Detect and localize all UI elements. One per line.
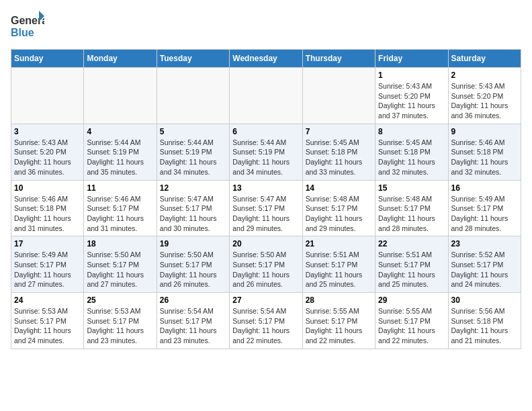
logo-svg: GeneralBlue bbox=[11, 11, 44, 41]
calendar-day-cell: 14Sunrise: 5:48 AMSunset: 5:17 PMDayligh… bbox=[302, 180, 375, 236]
day-info: Sunrise: 5:46 AMSunset: 5:18 PMDaylight:… bbox=[451, 138, 518, 177]
weekday-header: Friday bbox=[375, 50, 448, 68]
calendar-day-cell: 11Sunrise: 5:46 AMSunset: 5:17 PMDayligh… bbox=[84, 180, 157, 236]
page-header: GeneralBlue bbox=[11, 11, 521, 41]
day-number: 4 bbox=[87, 127, 153, 136]
day-info: Sunrise: 5:46 AMSunset: 5:18 PMDaylight:… bbox=[14, 194, 81, 234]
calendar-day-cell: 16Sunrise: 5:49 AMSunset: 5:17 PMDayligh… bbox=[448, 180, 521, 236]
day-info: Sunrise: 5:52 AMSunset: 5:17 PMDaylight:… bbox=[451, 250, 518, 289]
calendar-day-cell: 23Sunrise: 5:52 AMSunset: 5:17 PMDayligh… bbox=[448, 236, 521, 293]
day-info: Sunrise: 5:49 AMSunset: 5:17 PMDaylight:… bbox=[451, 194, 518, 234]
calendar-day-cell bbox=[230, 68, 302, 124]
calendar-day-cell bbox=[84, 68, 157, 124]
day-number: 2 bbox=[451, 71, 518, 80]
day-info: Sunrise: 5:45 AMSunset: 5:18 PMDaylight:… bbox=[378, 138, 445, 177]
day-info: Sunrise: 5:50 AMSunset: 5:17 PMDaylight:… bbox=[232, 250, 299, 289]
calendar-day-cell: 3Sunrise: 5:43 AMSunset: 5:20 PMDaylight… bbox=[11, 124, 84, 180]
day-number: 12 bbox=[160, 183, 226, 193]
calendar-day-cell: 26Sunrise: 5:54 AMSunset: 5:17 PMDayligh… bbox=[157, 293, 229, 349]
day-number: 11 bbox=[87, 183, 153, 193]
day-info: Sunrise: 5:43 AMSunset: 5:20 PMDaylight:… bbox=[451, 81, 518, 121]
weekday-header: Thursday bbox=[302, 50, 375, 68]
logo: GeneralBlue bbox=[11, 11, 44, 41]
weekday-header: Tuesday bbox=[157, 50, 229, 68]
day-info: Sunrise: 5:44 AMSunset: 5:19 PMDaylight:… bbox=[160, 138, 226, 177]
calendar-week-row: 10Sunrise: 5:46 AMSunset: 5:18 PMDayligh… bbox=[11, 180, 521, 236]
day-info: Sunrise: 5:56 AMSunset: 5:18 PMDaylight:… bbox=[451, 306, 518, 346]
day-info: Sunrise: 5:48 AMSunset: 5:17 PMDaylight:… bbox=[378, 194, 445, 234]
day-number: 22 bbox=[378, 239, 445, 248]
calendar-day-cell: 29Sunrise: 5:55 AMSunset: 5:17 PMDayligh… bbox=[375, 293, 448, 349]
calendar-day-cell: 8Sunrise: 5:45 AMSunset: 5:18 PMDaylight… bbox=[375, 124, 448, 180]
day-number: 5 bbox=[160, 127, 226, 136]
calendar-day-cell: 27Sunrise: 5:54 AMSunset: 5:17 PMDayligh… bbox=[230, 293, 302, 349]
day-info: Sunrise: 5:50 AMSunset: 5:17 PMDaylight:… bbox=[87, 250, 153, 289]
day-info: Sunrise: 5:47 AMSunset: 5:17 PMDaylight:… bbox=[232, 194, 299, 234]
day-info: Sunrise: 5:54 AMSunset: 5:17 PMDaylight:… bbox=[160, 306, 226, 346]
day-number: 27 bbox=[232, 295, 299, 305]
day-number: 3 bbox=[14, 127, 81, 136]
weekday-header: Sunday bbox=[11, 50, 84, 68]
calendar-header-row: SundayMondayTuesdayWednesdayThursdayFrid… bbox=[11, 50, 521, 68]
calendar-day-cell bbox=[157, 68, 229, 124]
calendar-day-cell: 5Sunrise: 5:44 AMSunset: 5:19 PMDaylight… bbox=[157, 124, 229, 180]
calendar-day-cell: 22Sunrise: 5:51 AMSunset: 5:17 PMDayligh… bbox=[375, 236, 448, 293]
calendar-day-cell: 17Sunrise: 5:49 AMSunset: 5:17 PMDayligh… bbox=[11, 236, 84, 293]
weekday-header: Monday bbox=[84, 50, 157, 68]
day-number: 24 bbox=[14, 295, 81, 305]
day-number: 14 bbox=[306, 183, 372, 193]
day-info: Sunrise: 5:55 AMSunset: 5:17 PMDaylight:… bbox=[306, 306, 372, 346]
calendar-day-cell: 4Sunrise: 5:44 AMSunset: 5:19 PMDaylight… bbox=[84, 124, 157, 180]
day-number: 23 bbox=[451, 239, 518, 248]
calendar-week-row: 24Sunrise: 5:53 AMSunset: 5:17 PMDayligh… bbox=[11, 293, 521, 349]
weekday-header: Saturday bbox=[448, 50, 521, 68]
day-number: 25 bbox=[87, 295, 153, 305]
day-info: Sunrise: 5:43 AMSunset: 5:20 PMDaylight:… bbox=[378, 81, 445, 121]
day-number: 15 bbox=[378, 183, 445, 193]
calendar-day-cell: 12Sunrise: 5:47 AMSunset: 5:17 PMDayligh… bbox=[157, 180, 229, 236]
calendar-day-cell bbox=[11, 68, 84, 124]
day-number: 30 bbox=[451, 295, 518, 305]
day-number: 8 bbox=[378, 127, 445, 136]
calendar-table: SundayMondayTuesdayWednesdayThursdayFrid… bbox=[11, 49, 521, 349]
day-info: Sunrise: 5:46 AMSunset: 5:17 PMDaylight:… bbox=[87, 194, 153, 234]
day-number: 28 bbox=[306, 295, 372, 305]
calendar-day-cell: 7Sunrise: 5:45 AMSunset: 5:18 PMDaylight… bbox=[302, 124, 375, 180]
calendar-day-cell: 19Sunrise: 5:50 AMSunset: 5:17 PMDayligh… bbox=[157, 236, 229, 293]
calendar-week-row: 3Sunrise: 5:43 AMSunset: 5:20 PMDaylight… bbox=[11, 124, 521, 180]
day-info: Sunrise: 5:51 AMSunset: 5:17 PMDaylight:… bbox=[306, 250, 372, 289]
calendar-day-cell: 13Sunrise: 5:47 AMSunset: 5:17 PMDayligh… bbox=[230, 180, 302, 236]
calendar-week-row: 1Sunrise: 5:43 AMSunset: 5:20 PMDaylight… bbox=[11, 68, 521, 124]
day-number: 21 bbox=[306, 239, 372, 248]
calendar-day-cell: 9Sunrise: 5:46 AMSunset: 5:18 PMDaylight… bbox=[448, 124, 521, 180]
calendar-day-cell: 1Sunrise: 5:43 AMSunset: 5:20 PMDaylight… bbox=[375, 68, 448, 124]
day-info: Sunrise: 5:49 AMSunset: 5:17 PMDaylight:… bbox=[14, 250, 81, 289]
day-number: 29 bbox=[378, 295, 445, 305]
day-number: 16 bbox=[451, 183, 518, 193]
day-info: Sunrise: 5:44 AMSunset: 5:19 PMDaylight:… bbox=[232, 138, 299, 177]
svg-text:Blue: Blue bbox=[11, 27, 34, 38]
day-info: Sunrise: 5:51 AMSunset: 5:17 PMDaylight:… bbox=[378, 250, 445, 289]
day-number: 9 bbox=[451, 127, 518, 136]
day-number: 17 bbox=[14, 239, 81, 248]
day-number: 13 bbox=[232, 183, 299, 193]
calendar-day-cell: 15Sunrise: 5:48 AMSunset: 5:17 PMDayligh… bbox=[375, 180, 448, 236]
calendar-day-cell: 6Sunrise: 5:44 AMSunset: 5:19 PMDaylight… bbox=[230, 124, 302, 180]
day-number: 26 bbox=[160, 295, 226, 305]
day-number: 6 bbox=[232, 127, 299, 136]
calendar-day-cell: 20Sunrise: 5:50 AMSunset: 5:17 PMDayligh… bbox=[230, 236, 302, 293]
day-info: Sunrise: 5:54 AMSunset: 5:17 PMDaylight:… bbox=[232, 306, 299, 346]
day-info: Sunrise: 5:43 AMSunset: 5:20 PMDaylight:… bbox=[14, 138, 81, 177]
day-number: 19 bbox=[160, 239, 226, 248]
calendar-day-cell: 21Sunrise: 5:51 AMSunset: 5:17 PMDayligh… bbox=[302, 236, 375, 293]
calendar-day-cell: 28Sunrise: 5:55 AMSunset: 5:17 PMDayligh… bbox=[302, 293, 375, 349]
day-info: Sunrise: 5:53 AMSunset: 5:17 PMDaylight:… bbox=[87, 306, 153, 346]
day-info: Sunrise: 5:48 AMSunset: 5:17 PMDaylight:… bbox=[306, 194, 372, 234]
day-info: Sunrise: 5:55 AMSunset: 5:17 PMDaylight:… bbox=[378, 306, 445, 346]
day-info: Sunrise: 5:45 AMSunset: 5:18 PMDaylight:… bbox=[306, 138, 372, 177]
weekday-header: Wednesday bbox=[230, 50, 302, 68]
calendar-day-cell: 10Sunrise: 5:46 AMSunset: 5:18 PMDayligh… bbox=[11, 180, 84, 236]
day-number: 18 bbox=[87, 239, 153, 248]
calendar-week-row: 17Sunrise: 5:49 AMSunset: 5:17 PMDayligh… bbox=[11, 236, 521, 293]
day-info: Sunrise: 5:53 AMSunset: 5:17 PMDaylight:… bbox=[14, 306, 81, 346]
